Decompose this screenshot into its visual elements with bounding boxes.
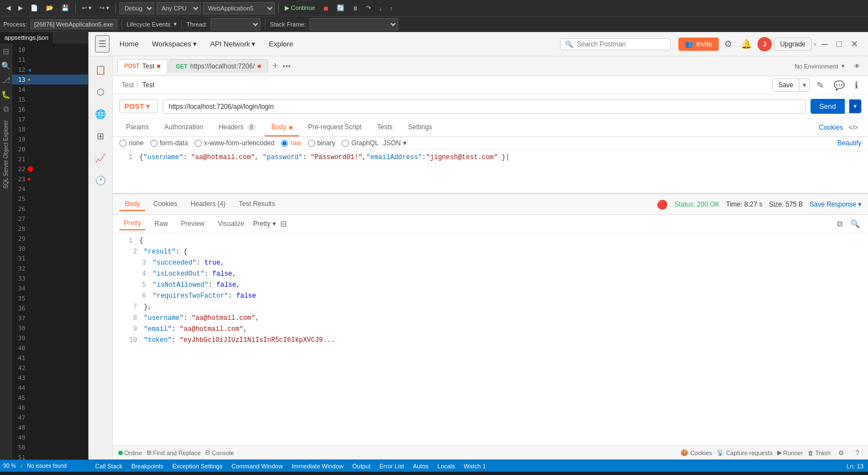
comment-btn[interactable]: 💬 [830,78,848,93]
req-tab-headers[interactable]: Headers 8 [212,119,262,136]
apis-icon[interactable]: ⬡ [92,83,109,101]
output-tab[interactable]: Output [350,463,373,469]
nav-api-network[interactable]: API Network ▾ [205,38,261,50]
req-tab-auth[interactable]: Authorization [158,119,210,136]
vs-appsettings-tab[interactable]: appsettings.json [0,32,54,44]
nav-explore[interactable]: Explore [263,38,299,50]
restart-btn[interactable]: 🔄 [334,3,347,13]
info-btn[interactable]: ℹ [851,78,861,93]
save-dropdown-icon[interactable]: ▾ [799,79,809,91]
edit-name-btn[interactable]: ✎ [813,78,827,93]
thread-select[interactable] [211,18,260,30]
undo-btn[interactable]: ↩ ▾ [79,3,95,13]
add-tab-btn[interactable]: + [269,60,282,72]
env-settings-btn[interactable]: 👁 [850,60,864,72]
format-raw[interactable]: raw [281,139,301,147]
statusbar-console[interactable]: ⊟ Console [205,449,234,456]
save-action-btn[interactable]: Save [773,79,799,91]
upgrade-btn[interactable]: Upgrade [774,38,812,51]
req-tab-prerequest[interactable]: Pre-request Script [301,119,368,136]
step-into-btn[interactable]: ↓ [376,4,385,13]
immediate-tab[interactable]: Immediate Window [290,463,346,469]
window-controls-min[interactable]: ─ [818,37,831,51]
req-tab-params[interactable]: Params [119,119,155,136]
statusbar-trash[interactable]: 🗑 Trash [808,450,831,456]
resp-fmt-visualize[interactable]: Visualize [213,218,249,230]
search-response-btn[interactable]: 🔍 [849,218,861,230]
history-icon[interactable]: 🕐 [92,171,109,189]
send-dropdown-btn[interactable]: ▾ [849,99,861,113]
req-tab-settings[interactable]: Settings [401,119,438,136]
exception-tab[interactable]: Exception Settings [170,463,225,469]
window-controls-close[interactable]: ✕ [848,36,861,51]
statusbar-find-replace[interactable]: ⊞ Find and Replace [147,449,201,456]
search-input[interactable] [577,40,666,48]
format-graphql[interactable]: GraphQL [342,139,378,147]
pm-tab-get-localhost[interactable]: GET https://localhost:7206/ [169,59,268,73]
resp-tab-cookies[interactable]: Cookies [148,198,182,211]
json-type-select[interactable]: JSON ▾ [383,139,406,147]
stackframe-select[interactable] [310,18,398,30]
locals-tab[interactable]: Locals [435,463,457,469]
autos-tab[interactable]: Autos [411,463,431,469]
explorer-icon[interactable]: ⊟ [2,46,11,57]
resp-tab-headers[interactable]: Headers (4) [185,198,231,211]
collections-icon[interactable]: 📋 [92,61,109,78]
nav-workspaces[interactable]: Workspaces ▾ [147,38,202,50]
continue-btn[interactable]: ▶ Continue [282,3,318,13]
redo-btn[interactable]: ↪ ▾ [97,3,112,13]
save-btn[interactable]: 💾 [59,3,72,13]
format-formdata[interactable]: form-data [150,139,188,147]
statusbar-settings-btn[interactable]: ⚙ [835,447,848,459]
format-binary[interactable]: binary [308,139,336,147]
url-input[interactable] [163,99,806,114]
app-select[interactable]: WebApplication5 [203,2,275,14]
monitors-icon[interactable]: 📈 [92,149,109,167]
cookies-link[interactable]: Cookies [819,124,843,131]
resp-fmt-preview[interactable]: Preview [176,218,209,230]
stop-btn[interactable]: ⏹ [320,4,332,13]
environments-icon[interactable]: 🌐 [92,105,109,123]
search-vs-icon[interactable]: 🔍 [0,60,12,71]
error-list-tab[interactable]: Error List [377,463,406,469]
format-none[interactable]: none [119,139,144,147]
pm-request-code-editor[interactable]: 1 {"username": "aa@hotmail.com", "passwo… [113,150,868,194]
nav-back-btn[interactable]: ◀ [3,3,13,13]
postman-menu-btn[interactable]: ☰ [95,35,109,52]
resp-json-select[interactable]: Pretty ▾ [253,220,276,228]
open-btn[interactable]: 📂 [43,3,56,13]
new-file-btn[interactable]: 📄 [28,3,41,13]
settings-btn[interactable]: ⚙ [721,36,735,51]
req-tab-body[interactable]: Body [265,119,300,136]
resp-tab-body[interactable]: Body [119,198,145,211]
req-tab-tests[interactable]: Tests [370,119,399,136]
watch1-tab[interactable]: Watch 1 [462,463,488,469]
send-btn[interactable]: Send [811,99,845,114]
statusbar-help-btn[interactable]: ? [852,447,862,459]
statusbar-capture[interactable]: 📡 Capture requests [717,449,772,456]
resp-fmt-pretty[interactable]: Pretty [119,217,145,230]
more-tabs-btn[interactable]: ••• [283,62,291,71]
cpu-select[interactable]: Any CPU [156,2,201,14]
step-out-btn[interactable]: ↑ [387,4,396,13]
resp-filter-btn[interactable]: ⊟ [280,219,287,228]
method-select[interactable]: POST ▾ [119,99,158,113]
debug-config-select[interactable]: Debug [119,2,154,14]
search-bar[interactable]: 🔍 [560,38,671,50]
breakpoints-tab[interactable]: Breakpoints [129,463,166,469]
git-icon[interactable]: ⎇ [1,75,12,86]
format-urlencoded[interactable]: x-www-form-urlencoded [195,139,274,147]
pause-btn[interactable]: ⏸ [349,4,361,13]
copy-response-btn[interactable]: ⧉ [835,218,844,230]
statusbar-cookies[interactable]: 🍪 Cookies [681,449,712,456]
code-view-btn[interactable]: </> [845,124,861,131]
beautify-btn[interactable]: Beautify [838,139,861,147]
resp-tab-testresults[interactable]: Test Results [233,198,280,211]
mock-servers-icon[interactable]: ⊞ [92,127,109,145]
step-over-btn[interactable]: ↷ [363,3,374,13]
pm-tab-post-test[interactable]: POST Test [117,59,168,73]
save-response-btn[interactable]: Save Response ▾ [809,200,861,208]
nav-home[interactable]: Home [114,38,144,50]
notifications-btn[interactable]: 🔔 [738,36,755,51]
resp-fmt-raw[interactable]: Raw [150,218,172,230]
